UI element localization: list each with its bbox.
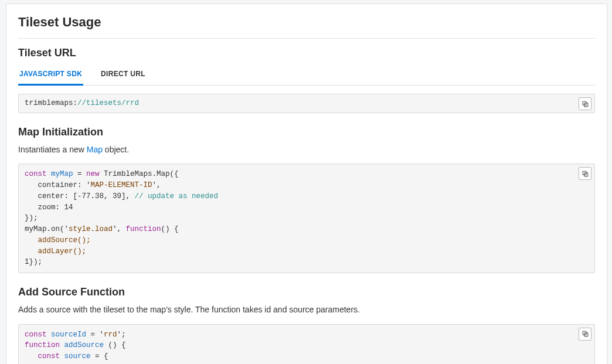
map-link[interactable]: Map: [87, 145, 103, 154]
tileset-url-codebox: trimblemaps://tilesets/rrd: [18, 94, 595, 113]
init-description: Instantiates a new Map object.: [18, 144, 595, 156]
add-source-code: const sourceId = 'rrd'; function addSour…: [25, 329, 589, 364]
copy-icon: [582, 100, 589, 108]
section-heading-source: Add Source Function: [18, 286, 595, 298]
page-title: Tileset Usage: [18, 15, 595, 30]
copy-button[interactable]: [579, 167, 591, 180]
map-init-code: const myMap = new TrimbleMaps.Map({ cont…: [25, 169, 589, 268]
tileset-url-code: trimblemaps://tilesets/rrd: [25, 98, 589, 109]
section-heading-url: Tileset URL: [18, 47, 595, 59]
copy-icon: [582, 170, 589, 178]
map-init-section: Map Initialization Instantiates a new Ma…: [18, 126, 595, 273]
tileset-usage-panel: Tileset Usage Tileset URL JAVASCRIPT SDK…: [6, 4, 607, 364]
add-source-codebox: const sourceId = 'rrd'; function addSour…: [18, 324, 595, 364]
copy-button[interactable]: [579, 328, 591, 341]
map-init-codebox: const myMap = new TrimbleMaps.Map({ cont…: [18, 164, 595, 273]
tileset-url-section: Tileset URL JAVASCRIPT SDK DIRECT URL tr…: [18, 47, 595, 113]
copy-icon: [582, 330, 589, 338]
copy-button[interactable]: [579, 97, 591, 110]
divider: [18, 38, 595, 39]
tab-direct-url[interactable]: DIRECT URL: [100, 65, 147, 86]
add-source-section: Add Source Function Adds a source with t…: [18, 286, 595, 364]
tab-javascript-sdk[interactable]: JAVASCRIPT SDK: [18, 65, 83, 86]
section-heading-init: Map Initialization: [18, 126, 595, 138]
tileset-url-tabs: JAVASCRIPT SDK DIRECT URL: [18, 65, 595, 86]
source-description: Adds a source with the tileset to the ma…: [18, 304, 595, 316]
